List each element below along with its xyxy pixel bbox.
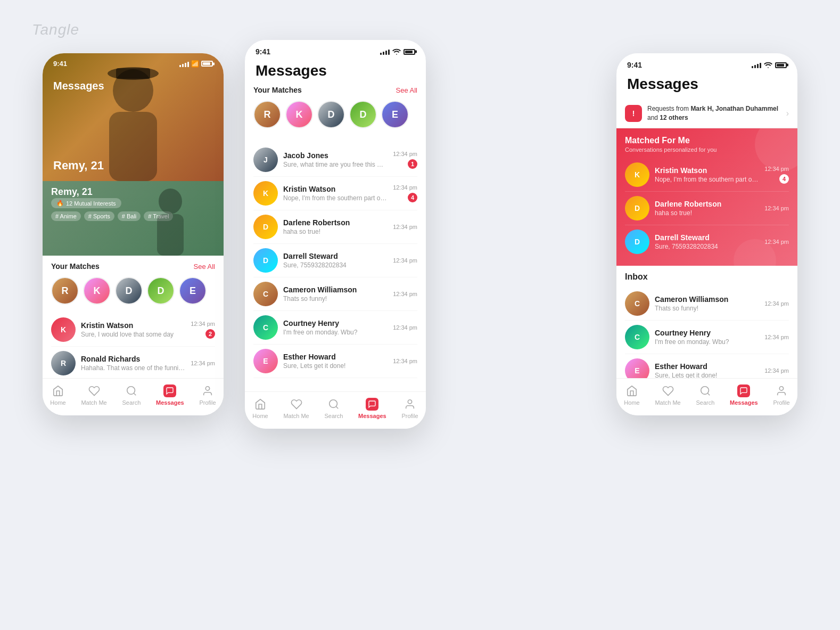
matched-av-darrell: D — [625, 230, 649, 254]
inbox-title: Inbox — [625, 272, 789, 282]
match-av-2-1[interactable]: R — [253, 101, 281, 128]
request-alert-icon: ! — [625, 105, 642, 122]
nav-profile-2[interactable]: Profile — [401, 398, 418, 419]
phone2-message-list: J Jacob Jones Sure, what time are you fr… — [245, 143, 426, 378]
match-avatar-5[interactable]: E — [179, 277, 207, 305]
nav-home-3[interactable]: Home — [624, 384, 639, 406]
nav-profile-1[interactable]: Profile — [199, 384, 216, 406]
person2-info: Remy, 21 🔥 12 Mutual Interests Anime Spo… — [43, 181, 224, 226]
svg-point-6 — [127, 386, 135, 394]
match-avatar-3[interactable]: D — [115, 277, 143, 305]
matched-msg-darlene[interactable]: D Darlene Robertson haha so true! 12:34 … — [625, 192, 789, 225]
msg-darrell[interactable]: D Darrell Steward Sure, 7559328202834 12… — [253, 244, 417, 277]
signal-icon-2 — [380, 48, 390, 55]
match-av-2-3[interactable]: D — [317, 101, 345, 128]
see-all-button-2[interactable]: See All — [396, 86, 417, 94]
bottom-nav-2: Home Match Me Search — [245, 391, 426, 429]
msg-av-darlene: D — [253, 215, 278, 239]
nav-messages-2[interactable]: Messages — [358, 398, 386, 419]
status-bar-1: 9:41 📶 — [53, 60, 213, 68]
matches-title-2: Your Matches — [253, 86, 302, 94]
msg-courtney[interactable]: C Courtney Henry I'm free on monday. Wbu… — [253, 311, 417, 345]
nav-search-3[interactable]: Search — [696, 384, 714, 406]
msg-av-courtney: C — [253, 315, 278, 340]
nav-search-2[interactable]: Search — [324, 398, 343, 419]
request-text: Requests from Mark H, Jonathan Duhammel … — [647, 104, 781, 122]
msg-jacob[interactable]: J Jacob Jones Sure, what time are you fr… — [253, 143, 417, 177]
nav-home-1[interactable]: Home — [50, 384, 65, 406]
bottom-nav-3: Home Match Me Search — [616, 378, 797, 415]
nav-home-2[interactable]: Home — [252, 398, 268, 419]
match-avatar-2[interactable]: K — [83, 277, 111, 305]
match-av-2-2[interactable]: K — [285, 101, 313, 128]
svg-point-14 — [779, 386, 783, 390]
message-item-2[interactable]: R Ronald Richards Hahaha. That was one o… — [51, 347, 215, 380]
profile-photo-top: 9:41 📶 Remy, 21 Messa — [43, 53, 224, 181]
chevron-right-icon: › — [786, 109, 789, 118]
home-icon-2 — [254, 398, 267, 411]
inbox-section: Inbox C Cameron Williamson Thats so funn… — [616, 266, 797, 394]
svg-line-10 — [336, 406, 338, 408]
nav-messages-3[interactable]: Messages — [730, 384, 758, 406]
request-bar[interactable]: ! Requests from Mark H, Jonathan Duhamme… — [616, 99, 797, 128]
person-silhouette-bottom — [149, 186, 192, 256]
messages-icon-active-1 — [163, 384, 176, 397]
svg-point-12 — [701, 386, 709, 394]
msg-av-cameron: C — [253, 282, 278, 306]
svg-point-9 — [330, 399, 337, 407]
bottom-nav-1: Home Match Me Search — [43, 378, 224, 415]
message-item-1[interactable]: K Kristin Watson Sure, I would love that… — [51, 313, 215, 347]
phone1-messages-label: Messages — [53, 80, 104, 92]
msg-cameron[interactable]: C Cameron Williamson Thats so funny! 12:… — [253, 277, 417, 311]
status-icons-3 — [752, 62, 787, 68]
msg-content-1: Kristin Watson Sure, I would love that s… — [81, 321, 185, 338]
msg-esther[interactable]: E Esther Howard Sure, Lets get it done! … — [253, 345, 417, 378]
svg-line-13 — [707, 393, 710, 395]
signal-icon-3 — [752, 62, 761, 68]
inbox-msg-cameron[interactable]: C Cameron Williamson Thats so funny! 12:… — [625, 287, 789, 321]
see-all-button-1[interactable]: See All — [194, 263, 215, 271]
match-me-icon — [88, 384, 101, 397]
phone2-matches: Your Matches See All R K D D E — [245, 86, 426, 143]
match-avatar-1[interactable]: R — [51, 277, 79, 305]
nav-matchme-2[interactable]: Match Me — [283, 398, 309, 419]
app-title: Tangle — [32, 21, 79, 38]
msg-content-2: Ronald Richards Hahaha. That was one of … — [81, 355, 185, 372]
status-icons: 📶 — [179, 60, 213, 68]
matched-title: Matched For Me — [625, 136, 789, 145]
signal-icon — [179, 61, 189, 67]
msg-avatar-1: K — [51, 317, 76, 342]
svg-rect-5 — [157, 214, 184, 256]
battery-icon-3 — [775, 62, 787, 68]
svg-point-4 — [159, 189, 182, 214]
status-time: 9:41 — [53, 60, 67, 68]
search-icon-nav-3 — [699, 384, 712, 397]
match-me-icon-3 — [662, 384, 674, 397]
svg-rect-3 — [109, 112, 157, 181]
nav-search-1[interactable]: Search — [122, 384, 141, 406]
phone-1: 9:41 📶 Remy, 21 Messa — [43, 53, 224, 415]
nav-matchme-1[interactable]: Match Me — [81, 384, 106, 406]
matched-av-darlene: D — [625, 196, 649, 220]
match-av-2-4[interactable]: D — [349, 101, 377, 128]
phone3-title: Messages — [616, 71, 797, 99]
msg-kristin[interactable]: K Kristin Watson Nope, I'm from the sout… — [253, 177, 417, 210]
msg-av-kristin: K — [253, 181, 278, 206]
nav-matchme-3[interactable]: Match Me — [655, 384, 680, 406]
matched-av-kristin: K — [625, 162, 649, 187]
svg-point-11 — [408, 399, 411, 403]
nav-messages-1[interactable]: Messages — [156, 384, 184, 406]
match-avatar-4[interactable]: D — [147, 277, 175, 305]
nav-profile-3[interactable]: Profile — [773, 384, 789, 406]
match-av-2-5[interactable]: E — [381, 101, 409, 128]
svg-point-8 — [205, 386, 209, 390]
msg-darlene[interactable]: D Darlene Robertson haha so true! 12:34 … — [253, 210, 417, 244]
person-silhouette-top — [96, 64, 170, 181]
wifi-icon: 📶 — [191, 60, 199, 68]
inbox-av-courtney: C — [625, 325, 649, 349]
match-me-icon-2 — [290, 398, 303, 411]
matched-msg-kristin[interactable]: K Kristin Watson Nope, I'm from the sout… — [625, 158, 789, 192]
matched-msg-darrell[interactable]: D Darrell Steward Sure, 7559328202834 12… — [625, 225, 789, 258]
inbox-msg-courtney[interactable]: C Courtney Henry I'm free on monday. Wbu… — [625, 321, 789, 354]
matches-header-2: Your Matches See All — [253, 86, 417, 94]
